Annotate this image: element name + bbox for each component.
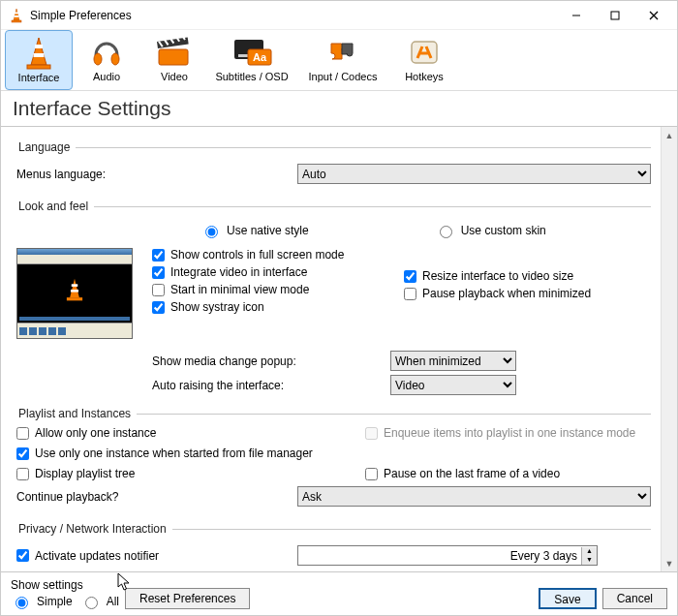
cancel-button[interactable]: Cancel [602, 588, 667, 609]
svg-rect-12 [159, 49, 188, 65]
bottom-bar: Show settings Simple All Reset Preferenc… [1, 571, 677, 615]
headphones-icon [73, 34, 140, 71]
group-legend: Playlist and Instances [16, 407, 137, 420]
vlc-cone-icon [9, 8, 24, 23]
clapperboard-icon [140, 34, 208, 71]
svg-point-11 [111, 53, 119, 65]
media-change-popup-select[interactable]: When minimized [390, 351, 516, 371]
updates-interval-spinbox[interactable]: ▲▼ [297, 545, 598, 566]
svg-point-10 [94, 53, 102, 65]
group-privacy: Privacy / Network Interaction Activate u… [16, 522, 651, 571]
show-settings-label: Show settings [11, 578, 119, 592]
vertical-scrollbar[interactable]: ▲ ▼ [661, 127, 677, 571]
updates-interval-input[interactable] [298, 549, 581, 563]
radio-custom-skin[interactable]: Use custom skin [435, 223, 546, 238]
reset-preferences-button[interactable]: Reset Preferences [125, 588, 250, 609]
checkbox-one-instance[interactable]: Allow only one instance [16, 426, 346, 440]
tab-input-codecs[interactable]: Input / Codecs [295, 30, 390, 90]
tab-label: Interface [6, 72, 72, 83]
category-tabs: Interface Audio Video Aa Subtitles / OSD… [1, 30, 677, 91]
subtitles-icon: Aa [208, 34, 295, 71]
tab-label: Audio [73, 71, 140, 82]
svg-rect-0 [12, 20, 21, 22]
radio-show-simple[interactable]: Simple [11, 594, 73, 609]
radio-native-style[interactable]: Use native style [200, 223, 309, 238]
checkbox-systray-icon[interactable]: Show systray icon [152, 300, 394, 314]
checkbox-playlist-tree[interactable]: Display playlist tree [16, 467, 346, 480]
hotkeys-icon [390, 34, 458, 71]
titlebar: Simple Preferences [1, 1, 677, 30]
tab-interface[interactable]: Interface [5, 30, 73, 90]
media-change-popup-label: Show media change popup: [152, 354, 385, 368]
minimize-button[interactable] [557, 2, 596, 29]
continue-playback-select[interactable]: Ask [297, 486, 651, 507]
scrollbar-track[interactable] [662, 143, 677, 555]
skin-preview-thumbnail [16, 248, 133, 339]
checkbox-fullscreen-controls[interactable]: Show controls in full screen mode [152, 248, 394, 262]
checkbox-minimal-view[interactable]: Start in minimal view mode [152, 283, 394, 296]
group-language: Language Menus language: Auto [16, 140, 651, 192]
window-title: Simple Preferences [30, 9, 557, 22]
radio-show-all[interactable]: All [80, 594, 119, 609]
tab-label: Input / Codecs [295, 71, 390, 82]
svg-rect-4 [611, 12, 619, 19]
svg-text:Aa: Aa [253, 51, 267, 63]
checkbox-pause-minimized[interactable]: Pause playback when minimized [404, 287, 651, 300]
checkbox-pause-last-frame[interactable]: Pause on the last frame of a video [365, 467, 651, 480]
checkbox-updates-notifier[interactable]: Activate updates notifier [16, 549, 297, 563]
tab-video[interactable]: Video [140, 30, 208, 90]
tab-label: Video [140, 71, 208, 82]
continue-playback-label: Continue playback? [16, 490, 297, 504]
checkbox-resize-interface[interactable]: Resize interface to video size [404, 269, 651, 283]
svg-rect-7 [27, 65, 50, 69]
save-button[interactable]: Save [539, 588, 596, 609]
svg-rect-20 [72, 284, 78, 287]
preferences-window: Simple Preferences Interface Audio Video [0, 0, 678, 616]
svg-rect-8 [35, 45, 43, 48]
auto-raise-label: Auto raising the interface: [152, 379, 385, 392]
scroll-down-button[interactable]: ▼ [662, 555, 677, 571]
svg-rect-2 [14, 15, 18, 17]
maximize-button[interactable] [596, 2, 634, 29]
menus-language-select[interactable]: Auto [297, 164, 651, 184]
group-legend: Language [16, 140, 76, 154]
content-area: Language Menus language: Auto Look and f… [1, 127, 661, 571]
tab-subtitles[interactable]: Aa Subtitles / OSD [208, 30, 295, 90]
close-button[interactable] [634, 2, 673, 29]
spin-up[interactable]: ▲ [581, 547, 597, 556]
group-legend: Privacy / Network Interaction [16, 522, 172, 536]
checkbox-one-instance-filemgr[interactable]: Use only one instance when started from … [16, 447, 346, 460]
auto-raise-select[interactable]: Video [390, 375, 516, 395]
tab-hotkeys[interactable]: Hotkeys [390, 30, 458, 90]
spin-down[interactable]: ▼ [581, 556, 597, 565]
group-legend: Look and feel [16, 200, 94, 213]
svg-rect-21 [71, 290, 78, 293]
scroll-up-button[interactable]: ▲ [662, 127, 677, 143]
svg-rect-19 [67, 297, 82, 300]
group-look-feel: Look and feel Use native style Use custo… [16, 200, 651, 399]
menus-language-label: Menus language: [16, 168, 297, 181]
group-playlist: Playlist and Instances Allow only one in… [16, 407, 651, 514]
svg-rect-1 [15, 12, 18, 14]
checkbox-integrate-video[interactable]: Integrate video in interface [152, 265, 394, 279]
tab-label: Subtitles / OSD [208, 71, 295, 82]
tab-audio[interactable]: Audio [73, 30, 140, 90]
svg-rect-9 [34, 53, 45, 57]
tab-label: Hotkeys [390, 71, 458, 82]
checkbox-enqueue-items: Enqueue items into playlist in one insta… [365, 426, 651, 440]
cone-icon [6, 35, 72, 72]
puzzle-icon [295, 34, 390, 71]
page-title: Interface Settings [1, 91, 677, 127]
